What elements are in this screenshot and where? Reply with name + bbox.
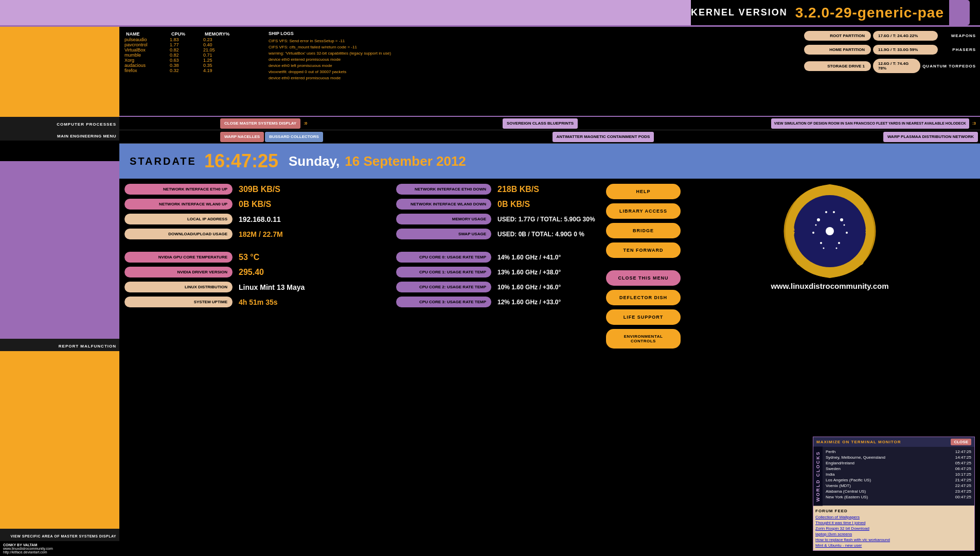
table-row: mumble0.820.71 <box>124 53 258 58</box>
swap-row: SWAP USAGE USED: 0B / TOTAL: 4.90G 0 % <box>396 229 602 239</box>
close-menu-btn[interactable]: CLOSE THIS MENU <box>606 270 681 286</box>
forum-feed: FORUM FEED Collection of WallpapersThoug… <box>813 506 974 550</box>
list-item: New York (Eastern US)00:47:25 <box>825 494 972 500</box>
cpu-core1-row: CPU CORE 1: USAGE RATE TEMP 13% 1.60 GHz… <box>396 267 602 277</box>
left-sidebar: COMPUTER PROCESSES MAIN ENGINEERING MENU… <box>0 27 119 556</box>
library-btn[interactable]: LIBRARY ACCESS <box>606 203 681 219</box>
help-btn[interactable]: HELP <box>606 184 681 199</box>
ten-forward-btn[interactable]: TEN FORWARD <box>606 242 681 258</box>
list-item: device eth0 left promiscuous mode <box>269 63 795 69</box>
navbar-2: WARP NACELLES BUSSARD COLLECTORS ANTIMAT… <box>119 130 980 144</box>
stardate-bar: STARDATE 16:47:25 Sunday, 16 September 2… <box>119 144 980 179</box>
deflector-btn[interactable]: DEFLECTOR DISH <box>606 290 681 305</box>
svg-point-9 <box>825 211 827 213</box>
table-row: Xorg0.631.25 <box>124 58 258 63</box>
ship-logs: SHIP LOGS CIFS VFS: Send error in SessSe… <box>263 27 800 116</box>
wlan0-up-row: NETWORK INTERFACE WLAN0 UP 0B KB/S <box>124 199 392 210</box>
wc-close-btn[interactable]: CLOSE <box>951 439 971 445</box>
wlan0-down-row: NETWORK INTERFACE WLAN0 DOWN 0B KB/S <box>396 199 602 210</box>
kernel-version: 3.2.0-29-generic-pae <box>795 5 944 21</box>
local-ip-row: LOCAL IP ADDRESS 192.168.0.11 <box>124 214 392 224</box>
bussard-btn[interactable]: BUSSARD COLLECTORS <box>265 132 323 142</box>
sidebar-lower-orange <box>0 351 119 529</box>
table-row: pavcrontrol1.770.40 <box>124 42 258 47</box>
list-item[interactable]: Collection of Wallpapers <box>815 514 972 520</box>
list-item[interactable]: Mint & Ubuntu - new user <box>815 543 972 548</box>
svg-point-8 <box>838 242 840 244</box>
svg-point-12 <box>835 248 837 249</box>
antimatter-btn[interactable]: ANTIMATTER MAGNETIC CONTAINMENT PODS <box>553 132 654 142</box>
simulation-btn[interactable]: VIEW SIMULATION OF DESIGN ROOM IN SAN FR… <box>771 118 969 129</box>
table-row: pulseaudio1.830.23 <box>124 37 258 42</box>
view-specific-label[interactable]: VIEW SPECIFIC AREA OF MASTER SYSTEMS DIS… <box>0 529 119 541</box>
life-support-btn[interactable]: LIFE SUPPORT <box>606 309 681 325</box>
svg-point-14 <box>843 224 845 226</box>
svg-point-4 <box>840 218 843 221</box>
computer-processes-label: COMPUTER PROCESSES <box>0 117 119 129</box>
svg-point-3 <box>817 218 820 221</box>
table-row: firefox0.324.19 <box>124 68 258 73</box>
list-item: device eth0 entered promiscuous mode <box>269 75 795 81</box>
top-bar: KERNEL VERSION 3.2.0-29-generic-pae <box>0 0 980 27</box>
list-item: CIFS VFS: Send error in SessSetup = -11 <box>269 38 795 44</box>
svg-point-7 <box>820 242 822 244</box>
env-controls-btn[interactable]: ENVIRONMENTAL CONTROLS <box>606 329 681 349</box>
world-clocks-panel: MAXIMIZE ON TERMINAL MONITOR CLOSE WORLD… <box>813 437 975 551</box>
warp-nacelles-btn[interactable]: WARP NACELLES <box>220 132 264 142</box>
list-item: vboxnetflt: dropped 0 out of 30007 packe… <box>269 69 795 75</box>
table-row: VirtualBox0.8221.05 <box>124 47 258 53</box>
warp-plasma-btn[interactable]: WARP PLASMAA DISTRIBUTION NETWORK <box>883 132 978 142</box>
list-item[interactable]: laptop i3vm screens <box>815 531 972 537</box>
starfleet-logo <box>782 184 878 279</box>
list-item: Perth12:47:25 <box>825 449 972 455</box>
kernel-label: KERNEL VERSION <box>691 7 788 18</box>
distro-row: LINUX DISTRIBUTION Linux Mint 13 Maya <box>124 282 392 292</box>
left-info-panel: NETWORK INTERFACE ETH0 UP 309B KB/S NETW… <box>124 184 392 551</box>
conky-info: CONKY BY VALTAM www.linuxdistrocommunity… <box>0 541 119 556</box>
sidebar-purple <box>0 161 119 339</box>
list-item: device eth0 entered promiscuous mode <box>269 57 795 63</box>
list-item: Alabama (Central US)23:47:25 <box>825 489 972 494</box>
eth0-up-row: NETWORK INTERFACE ETH0 UP 309B KB/S <box>124 184 392 195</box>
weapons-panel: ROOT PARTITION 17.6G / T: 24.4G 22% WEAP… <box>800 27 980 116</box>
wc-content: WORLD CLOCKS Perth12:47:25Sydney, Melbou… <box>813 447 974 506</box>
main-engineering-menu-label[interactable]: MAIN ENGINEERING MENU <box>0 129 119 141</box>
list-item: Sydney, Melbourne, Queensland14:47:25 <box>825 455 972 460</box>
eth0-down-row: NETWORK INTERFACE ETH0 DOWN 218B KB/S <box>396 184 602 195</box>
action-panel: HELP LIBRARY ACCESS BRIDGE TEN FORWARD C… <box>606 184 681 551</box>
uptime-row: SYSTEM UPTIME 4h 51m 35s <box>124 297 392 307</box>
list-item: warning: 'VirtualBox' uses 32-bit capabi… <box>269 50 795 57</box>
list-item[interactable]: How to replace flash with vlc workaround <box>815 537 972 543</box>
svg-point-6 <box>846 232 848 234</box>
process-table: NAME CPU% MEMORY% pulseaudio1.830.23pavc… <box>119 27 263 116</box>
center-info-panel: NETWORK INTERFACE ETH0 DOWN 218B KB/S NE… <box>396 184 602 551</box>
memory-row: MEMORY USAGE USED: 1.77G / TOTAL: 5.90G … <box>396 214 602 224</box>
download-row: DOWNLOAD/UPLOAD USAGE 182M / 22.7M <box>124 229 392 239</box>
svg-point-13 <box>815 224 816 226</box>
cpu-core0-row: CPU CORE 0: USAGE RATE TEMP 14% 1.60 GHz… <box>396 252 602 263</box>
svg-point-11 <box>823 248 824 249</box>
list-item[interactable]: Zorin Rospin 32 bit Download <box>815 526 972 531</box>
sidebar-top-orange <box>0 27 119 117</box>
wc-header: MAXIMIZE ON TERMINAL MONITOR CLOSE <box>813 437 974 447</box>
far-right-panel: www.linuxdistrocommunity.com MAXIMIZE ON… <box>685 184 975 551</box>
table-row: audacious0.380.35 <box>124 63 258 68</box>
cpu-core3-row: CPU CORE 3: USAGE RATE TEMP 12% 1.60 GHz… <box>396 297 602 307</box>
list-item: CIFS VFS: cifs_mount failed w/return cod… <box>269 44 795 50</box>
list-item: India10:17:25 <box>825 472 972 477</box>
wc-cities: Perth12:47:25Sydney, Melbourne, Queensla… <box>823 447 974 506</box>
svg-point-5 <box>812 232 814 234</box>
list-item: Voenix (MDT)22:47:25 <box>825 483 972 489</box>
list-item: England/Ireland05:47:25 <box>825 460 972 466</box>
list-item[interactable]: Thought it was time I joined <box>815 520 972 526</box>
website-url: www.linuxdistrocommunity.com <box>771 282 888 290</box>
bridge-btn[interactable]: BRIDGE <box>606 223 681 238</box>
navbar-1: CLOSE MASTER SYSTEMS DISPLAY :0 SOVEREIG… <box>119 117 980 130</box>
blueprints-btn[interactable]: SOVEREIGN CLASS BLUEPRINTS <box>503 118 578 129</box>
svg-point-2 <box>826 227 834 235</box>
gpu-temp-row: NVIDIA GPU CORE TEMPERATURE 53 °C <box>124 252 392 263</box>
close-master-btn[interactable]: CLOSE MASTER SYSTEMS DISPLAY <box>220 118 300 129</box>
cpu-core2-row: CPU CORE 2: USAGE RATE TEMP 10% 1.60 GHz… <box>396 282 602 292</box>
report-malfunction-label[interactable]: REPORT MALFUNCTION <box>0 339 119 351</box>
svg-point-10 <box>833 211 835 213</box>
